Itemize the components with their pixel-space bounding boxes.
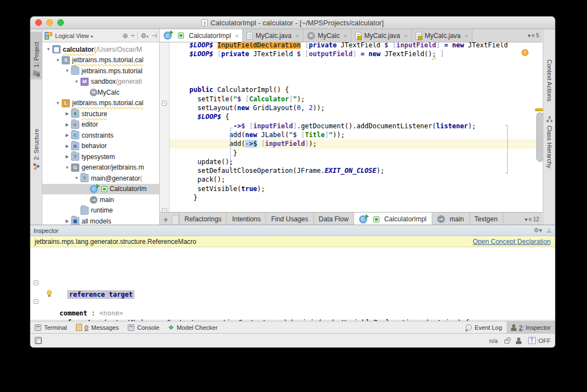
- tree-item-editor[interactable]: ▶Eeditor: [42, 119, 159, 130]
- unlock-icon[interactable]: [504, 340, 509, 344]
- bottom-tab-calculatorimpl[interactable]: CCalculatorImpl: [354, 213, 432, 226]
- code-line[interactable]: reference target: [30, 290, 555, 300]
- tree-item-calculatorim[interactable]: CCalculatorIm: [42, 184, 159, 195]
- hector-inspector-icon[interactable]: [516, 337, 521, 344]
- intention-bulb-icon[interactable]: [47, 290, 52, 297]
- add-tab-button[interactable]: +: [160, 213, 172, 226]
- bottom-tab-main[interactable]: →main: [432, 213, 470, 226]
- tree-open-arrow[interactable]: ▼: [73, 79, 80, 84]
- tree-item-jetbrains-mps-tutorial-cal[interactable]: ▼Sjetbrains.mps.tutorial.cal: [42, 55, 159, 66]
- tree-item-calculator[interactable]: ▼▦calculator (/Users/Oscar/M: [42, 44, 159, 55]
- locate-icon[interactable]: ⊕: [123, 32, 128, 40]
- code-line[interactable]: setLayout(new GridLayout(0, 2));: [170, 104, 542, 112]
- code-line[interactable]: public CalculatorImpl() {: [170, 85, 542, 94]
- tree-item-jetbrains-mps-tutorial-cal[interactable]: ▼Ljetbrains.mps.tutorial.cal: [42, 98, 159, 109]
- fold-icon[interactable]: −: [162, 208, 167, 212]
- stripe-button-class-hierarchy[interactable]: Class Hierarchy: [543, 115, 555, 189]
- code-line[interactable]: setTitle("$ [Calculator]");: [170, 95, 542, 104]
- toolwindow-button-model-checker[interactable]: ❖Model Checker: [164, 322, 222, 333]
- code-line[interactable]: add(new JLabel("$ [Title]"));: [170, 130, 542, 139]
- code-line[interactable]: $LOOP$ InputFieldDeclaration [private JT…: [170, 42, 542, 50]
- tree-item-main[interactable]: →main: [42, 194, 159, 205]
- tree-open-arrow[interactable]: ▼: [63, 68, 71, 73]
- tree-closed-arrow[interactable]: ▶: [63, 154, 71, 159]
- code-line[interactable]: setVisible(true);: [170, 184, 542, 193]
- bottom-tab-find-usages[interactable]: Find Usages: [266, 213, 313, 226]
- toolwindow-button-console[interactable]: Console: [123, 322, 164, 333]
- tree-item-constraints[interactable]: ▶Cconstraints: [42, 130, 159, 141]
- code-line[interactable]: }: [170, 193, 542, 202]
- bottom-tab-textgen[interactable]: Textgen: [470, 213, 503, 226]
- code-line[interactable]: comment : <none>: [30, 309, 555, 318]
- tree-closed-arrow[interactable]: ▶: [63, 122, 71, 127]
- close-icon[interactable]: ×: [344, 32, 347, 39]
- editor-tab-mycalc-java[interactable]: MyCalc.java×: [351, 29, 412, 42]
- zoom-window-button[interactable]: [57, 19, 64, 26]
- inspector-editor[interactable]: − − reference targetcomment : <none>refe…: [30, 247, 555, 320]
- tree-closed-arrow[interactable]: ▶: [63, 219, 71, 224]
- toolwindow-button--messages[interactable]: 0: Messages: [72, 322, 123, 333]
- code-line[interactable]: [30, 300, 555, 309]
- code-line[interactable]: [170, 59, 542, 68]
- editor-tab-calculatorimpl[interactable]: CCalculatorImpl×: [160, 29, 243, 42]
- tab-overflow-top[interactable]: ▾≡5: [525, 29, 542, 42]
- tree-open-arrow[interactable]: ▼: [45, 47, 52, 52]
- minimize-window-button[interactable]: [46, 19, 53, 26]
- fold-icon[interactable]: −: [162, 101, 167, 106]
- tree-item-sandbox[interactable]: ▼Msandbox (generati: [42, 77, 159, 88]
- tree-item-main-generator[interactable]: ▼Tmain@generator (: [42, 173, 159, 184]
- editor-tab-mycalc-java[interactable]: MyCalc.java×: [412, 29, 472, 42]
- code-line[interactable]: $LOOP$ [private JTextField $ [outputFiel…: [170, 50, 542, 58]
- tree-closed-arrow[interactable]: ▶: [63, 111, 71, 116]
- fold-icon[interactable]: −: [34, 299, 39, 304]
- code-line[interactable]: pack();: [170, 175, 542, 184]
- tree-item-behavior[interactable]: ▶Bbehavior: [42, 141, 159, 152]
- tree-open-arrow[interactable]: ▼: [54, 58, 62, 63]
- toolwindow-button-event-log[interactable]: Event Log: [461, 322, 507, 333]
- open-concept-declaration-link[interactable]: Open Concept Declaration: [473, 238, 551, 246]
- code-editor[interactable]: − − $LOOP$ InputFieldDeclaration [privat…: [160, 42, 542, 212]
- tree-open-arrow[interactable]: ▼: [54, 101, 62, 106]
- title-bar[interactable]: j CalculatorImpl - calculator - [~/MPSPr…: [30, 17, 555, 29]
- hide-panel-icon[interactable]: ⊣: [151, 32, 157, 40]
- code-line[interactable]: [170, 77, 542, 85]
- tab-overflow-bottom[interactable]: ▾≡12: [521, 213, 542, 226]
- code-line[interactable]: update();: [170, 157, 542, 166]
- tree-item-runtime[interactable]: runtime: [42, 205, 159, 216]
- toolwindow-button--inspector[interactable]: 2: Inspector: [507, 322, 555, 333]
- bottom-tab-refactorings[interactable]: Refactorings: [179, 213, 227, 226]
- code-line[interactable]: ->$ [inputField].getDocument().addDocume…: [170, 122, 542, 130]
- close-icon[interactable]: ×: [235, 32, 238, 39]
- toolwindow-toggle-icon[interactable]: [35, 337, 42, 344]
- toolwindow-button-terminal[interactable]: Terminal: [30, 322, 72, 333]
- transient-models-status[interactable]: T:OFF: [528, 337, 551, 344]
- bottom-tab-intentions[interactable]: Intentions: [227, 213, 266, 226]
- tree-item-jetbrains-mps-tutorial[interactable]: ▼jetbrains.mps.tutorial: [42, 66, 159, 77]
- collapsed-tab[interactable]: [172, 215, 179, 226]
- fold-icon[interactable]: −: [34, 280, 39, 285]
- close-icon[interactable]: ×: [296, 32, 299, 39]
- tree-item-generator-jetbrains-m[interactable]: ▼Ggenerator/jetbrains.m: [42, 162, 159, 173]
- code-line[interactable]: add(->$ [inputField]);: [170, 139, 542, 148]
- tree-closed-arrow[interactable]: ▶: [63, 144, 71, 149]
- collapse-all-icon[interactable]: ÷: [131, 32, 135, 40]
- stripe-button-context-actions[interactable]: Context Actions: [543, 48, 555, 106]
- tree-item-mycalc[interactable]: NMyCalc: [42, 87, 159, 98]
- tree-closed-arrow[interactable]: ▶: [63, 133, 71, 138]
- close-window-button[interactable]: [35, 19, 42, 26]
- tree-item-structure[interactable]: ▶Sstructure: [42, 108, 159, 119]
- tree-open-arrow[interactable]: ▼: [73, 176, 80, 181]
- tree-item-all-models[interactable]: ▶▦all models: [42, 216, 159, 225]
- view-selector[interactable]: Logical View ▾: [55, 32, 93, 39]
- editor-tab-mycalc-java[interactable]: MyCalc.java×: [243, 29, 303, 42]
- tree-open-arrow[interactable]: ▼: [63, 165, 71, 170]
- code-line[interactable]: setDefaultCloseOperation(JFrame.EXIT_ON_…: [170, 166, 542, 175]
- stripe-button-2-structure[interactable]: 2: Structure: [30, 98, 42, 172]
- code-line[interactable]: $LOOP$ {: [170, 112, 542, 121]
- close-icon[interactable]: ×: [404, 32, 407, 39]
- gear-icon[interactable]: ⚙▾: [140, 32, 148, 40]
- close-icon[interactable]: ×: [465, 32, 468, 39]
- inspector-header[interactable]: Inspector ⚙▾ ⊥: [30, 225, 555, 236]
- code-line[interactable]: }: [170, 149, 542, 157]
- editor-tab-mycalc[interactable]: NMyCalc×: [303, 29, 351, 42]
